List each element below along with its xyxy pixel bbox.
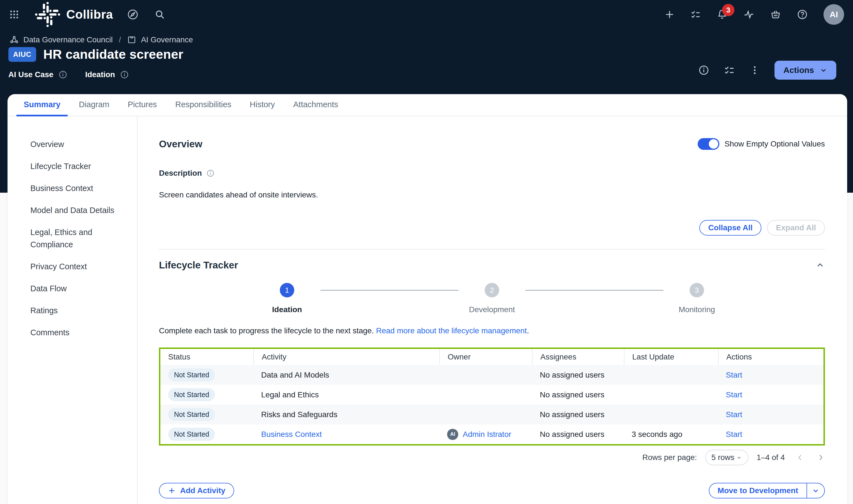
topbar-left-group: Collibra bbox=[9, 2, 165, 27]
asset-type-label: AI Use Case bbox=[8, 70, 53, 79]
breadcrumb-community[interactable]: Data Governance Council bbox=[23, 35, 113, 44]
tab-summary[interactable]: Summary bbox=[16, 94, 68, 116]
move-to-development-button[interactable]: Move to Development bbox=[709, 483, 825, 499]
sidebar-item-ratings[interactable]: Ratings bbox=[30, 304, 117, 317]
tasks-checklist-icon[interactable] bbox=[690, 9, 701, 20]
description-label: Description bbox=[159, 169, 202, 178]
tab-history[interactable]: History bbox=[242, 94, 282, 116]
breadcrumb-domain[interactable]: AI Governance bbox=[141, 35, 193, 44]
app-grid-icon[interactable] bbox=[9, 9, 19, 20]
activity-pulse-icon[interactable] bbox=[743, 9, 755, 20]
table-row: Not Started Risks and Safeguards No assi… bbox=[160, 404, 823, 425]
start-link[interactable]: Start bbox=[726, 390, 742, 399]
step-label-2: Development bbox=[469, 305, 515, 314]
kebab-menu-icon[interactable] bbox=[749, 65, 760, 75]
breadcrumb: Data Governance Council / AI Governance bbox=[10, 35, 193, 44]
asset-type-badge: AIUC bbox=[8, 47, 36, 62]
help-icon[interactable] bbox=[797, 9, 808, 20]
owner-link[interactable]: Admin Istrator bbox=[463, 430, 511, 439]
column-header-owner: Owner bbox=[439, 349, 532, 365]
section-sidebar: Overview Lifecycle Tracker Business Cont… bbox=[7, 116, 138, 504]
collapse-all-button[interactable]: Collapse All bbox=[699, 220, 761, 236]
create-plus-icon[interactable] bbox=[664, 9, 675, 20]
assignees-cell: No assigned users bbox=[532, 404, 624, 425]
assignees-cell: No assigned users bbox=[532, 385, 624, 404]
table-row: Not Started Business Context AI Admin Is… bbox=[160, 425, 823, 444]
sidebar-item-lifecycle-tracker[interactable]: Lifecycle Tracker bbox=[30, 160, 117, 173]
overview-heading: Overview bbox=[159, 138, 202, 149]
sidebar-item-data-flow[interactable]: Data Flow bbox=[30, 282, 117, 294]
asset-info-icon[interactable] bbox=[698, 65, 709, 76]
sidebar-item-overview[interactable]: Overview bbox=[30, 138, 117, 150]
title-controls: Actions bbox=[698, 61, 836, 79]
assignees-cell: No assigned users bbox=[532, 425, 624, 444]
sidebar-item-comments[interactable]: Comments bbox=[30, 326, 117, 339]
chevron-down-icon bbox=[820, 66, 828, 74]
description-text: Screen candidates ahead of onsite interv… bbox=[159, 191, 825, 199]
add-activity-button[interactable]: Add Activity bbox=[159, 483, 234, 499]
start-link[interactable]: Start bbox=[726, 430, 742, 439]
stepper-step-monitoring: 3 Monitoring bbox=[664, 283, 730, 314]
notifications-bell-icon[interactable]: 3 bbox=[716, 9, 728, 20]
page-subheader: AI Use Case Ideation bbox=[8, 70, 129, 79]
activity-link[interactable]: Business Context bbox=[261, 430, 322, 439]
table-header-row: Status Activity Owner Assignees Last Upd… bbox=[160, 349, 823, 365]
previous-page-chevron-icon[interactable] bbox=[796, 453, 804, 462]
move-to-dropdown-chevron-icon[interactable] bbox=[807, 483, 824, 498]
page-header: AIUC HR candidate screener bbox=[8, 47, 183, 62]
helper-suffix: . bbox=[527, 326, 529, 335]
tab-attachments[interactable]: Attachments bbox=[286, 94, 345, 116]
rows-per-page-value: 5 rows bbox=[711, 453, 734, 462]
marketplace-basket-icon[interactable] bbox=[770, 9, 781, 20]
description-info-icon[interactable] bbox=[206, 169, 215, 177]
lifecycle-footer: Add Activity Move to Development bbox=[159, 483, 825, 499]
start-link[interactable]: Start bbox=[726, 371, 742, 380]
brand-wordmark: Collibra bbox=[66, 7, 113, 21]
expand-all-button[interactable]: Expand All bbox=[767, 220, 825, 236]
sidebar-item-model-and-data-details[interactable]: Model and Data Details bbox=[30, 204, 117, 216]
table-row: Not Started Legal and Ethics No assigned… bbox=[160, 385, 823, 404]
start-link[interactable]: Start bbox=[726, 410, 742, 419]
pagination-range: 1–4 of 4 bbox=[757, 453, 785, 462]
collapse-section-chevron-up-icon[interactable] bbox=[815, 260, 825, 270]
status-badge: Not Started bbox=[168, 408, 215, 421]
stepper-step-development: 2 Development bbox=[458, 283, 525, 314]
status-badge: Not Started bbox=[168, 388, 215, 401]
tab-pictures[interactable]: Pictures bbox=[121, 94, 164, 116]
tab-diagram[interactable]: Diagram bbox=[72, 94, 117, 116]
community-icon bbox=[10, 35, 19, 44]
column-header-assignees: Assignees bbox=[532, 349, 624, 365]
step-label-1: Ideation bbox=[272, 305, 302, 314]
toggle-knob bbox=[709, 139, 718, 149]
sidebar-item-business-context[interactable]: Business Context bbox=[30, 182, 117, 194]
sidebar-item-privacy-context[interactable]: Privacy Context bbox=[30, 260, 117, 273]
move-to-development-label[interactable]: Move to Development bbox=[709, 483, 806, 498]
status-info-icon[interactable] bbox=[120, 70, 129, 79]
content-card: Summary Diagram Pictures Responsibilitie… bbox=[7, 94, 847, 504]
user-avatar[interactable]: AI bbox=[823, 4, 844, 25]
rows-per-page-select[interactable]: 5 rows bbox=[705, 450, 748, 465]
activities-table: Status Activity Owner Assignees Last Upd… bbox=[159, 347, 825, 446]
page-title: HR candidate screener bbox=[43, 47, 183, 62]
actions-button[interactable]: Actions bbox=[775, 61, 836, 79]
sidebar-item-legal-ethics-compliance[interactable]: Legal, Ethics and Compliance bbox=[30, 226, 117, 251]
plus-icon bbox=[168, 487, 176, 494]
search-icon[interactable] bbox=[154, 9, 165, 20]
topbar-right-group: 3 AI bbox=[664, 4, 844, 25]
column-header-last-update: Last Update bbox=[624, 349, 718, 365]
next-page-chevron-icon[interactable] bbox=[817, 453, 825, 462]
show-empty-values-toggle[interactable] bbox=[698, 138, 719, 150]
asset-type-info-icon[interactable] bbox=[58, 70, 67, 79]
activity-name: Legal and Ethics bbox=[253, 385, 439, 404]
lifecycle-status-label: Ideation bbox=[85, 70, 115, 79]
compass-icon[interactable] bbox=[127, 8, 139, 20]
owner-cell bbox=[439, 365, 532, 385]
activity-name: Data and AI Models bbox=[253, 365, 439, 385]
notification-count-badge: 3 bbox=[722, 4, 734, 16]
step-circle-1: 1 bbox=[280, 283, 294, 298]
tab-responsibilities[interactable]: Responsibilities bbox=[168, 94, 239, 116]
lifecycle-read-more-link[interactable]: Read more about the lifecycle management bbox=[376, 326, 527, 335]
stepper-step-ideation: 1 Ideation bbox=[254, 283, 321, 314]
asset-tasks-icon[interactable] bbox=[724, 65, 735, 76]
collibra-logo[interactable]: Collibra bbox=[35, 2, 113, 27]
